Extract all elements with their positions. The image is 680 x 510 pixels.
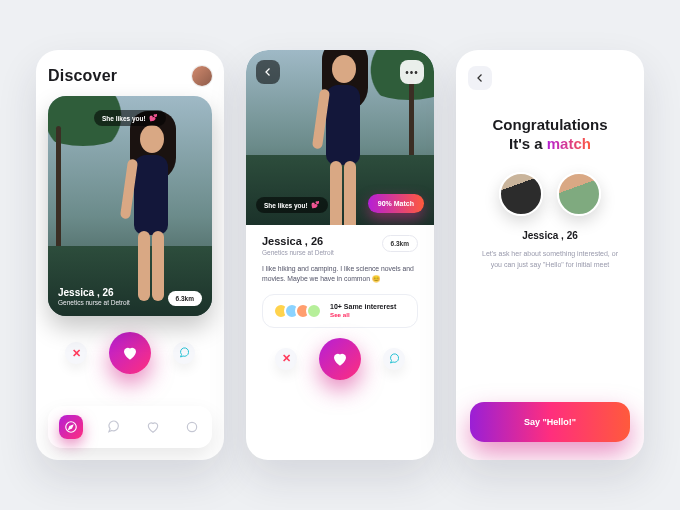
likes-you-badge: She likes you! 💕 xyxy=(94,110,166,126)
profile-detail-screen: ••• She likes you! 💕 90% Match Jessica ,… xyxy=(246,50,434,460)
interests-card[interactable]: 10+ Same intererest See all xyxy=(262,294,418,328)
heart-icon xyxy=(331,350,349,368)
interests-label: 10+ Same intererest xyxy=(330,303,396,310)
hero-photo: ••• She likes you! 💕 90% Match xyxy=(246,50,434,225)
page-title: Discover xyxy=(48,67,117,85)
reject-button[interactable]: ✕ xyxy=(65,342,87,364)
compass-icon xyxy=(64,420,78,434)
arrow-left-icon xyxy=(474,72,486,84)
svg-point-1 xyxy=(188,422,197,431)
profile-photo xyxy=(112,111,182,301)
action-row: ✕ xyxy=(48,332,212,374)
close-icon: ✕ xyxy=(72,347,81,360)
congrats-line1: Congratulations xyxy=(493,116,608,133)
user-avatar xyxy=(499,172,543,216)
distance-pill: 6.3km xyxy=(382,235,418,252)
match-word: match xyxy=(547,135,591,152)
tab-messages[interactable] xyxy=(104,418,122,436)
match-avatar xyxy=(557,172,601,216)
profile-bio: I like hiking and camping. I like scienc… xyxy=(262,264,418,284)
like-button[interactable] xyxy=(109,332,151,374)
match-name: Jessica , 26 xyxy=(522,230,578,241)
discover-screen: Discover She likes you! 💕 Jessica , 26 G… xyxy=(36,50,224,460)
tab-profile[interactable] xyxy=(183,418,201,436)
chat-icon xyxy=(178,347,190,359)
name-row: Jessica , 26 Genetics nurse at Detroit 6… xyxy=(262,235,418,256)
profile-subtitle: Genetics nurse at Detroit xyxy=(58,299,130,306)
like-button[interactable] xyxy=(319,338,361,380)
likes-you-label: She likes you! xyxy=(264,202,308,209)
circle-icon xyxy=(185,420,199,434)
match-message: Let's ask her about something interested… xyxy=(468,249,632,270)
profile-subtitle: Genetics nurse at Detroit xyxy=(262,249,334,256)
profile-avatar[interactable] xyxy=(192,66,212,86)
tab-likes[interactable] xyxy=(144,418,162,436)
tab-discover[interactable] xyxy=(59,415,83,439)
likes-you-label: She likes you! xyxy=(102,115,146,122)
interest-avatars xyxy=(273,303,322,319)
heart-outline-icon xyxy=(146,420,160,434)
heart-icon xyxy=(121,344,139,362)
tab-bar xyxy=(48,406,212,448)
hearts-icon: 💕 xyxy=(311,201,320,209)
chat-button[interactable] xyxy=(383,348,405,370)
match-screen: Congratulations It's a match Jessica , 2… xyxy=(456,50,644,460)
hearts-icon: 💕 xyxy=(149,114,158,122)
congrats-line2: It's a match xyxy=(493,135,608,152)
close-icon: ✕ xyxy=(282,352,291,365)
congrats-heading: Congratulations It's a match xyxy=(493,116,608,152)
distance-pill: 6.3km xyxy=(168,291,202,306)
chat-icon xyxy=(388,353,400,365)
profile-body: Jessica , 26 Genetics nurse at Detroit 6… xyxy=(258,225,422,380)
profile-name: Jessica , 26 xyxy=(262,235,334,247)
arrow-left-icon xyxy=(262,66,274,78)
messages-icon xyxy=(106,420,120,434)
say-hello-button[interactable]: Say "Hello!" xyxy=(470,402,630,442)
back-button[interactable] xyxy=(256,60,280,84)
more-icon: ••• xyxy=(405,67,419,78)
reject-button[interactable]: ✕ xyxy=(275,348,297,370)
match-percent-badge: 90% Match xyxy=(368,194,424,213)
back-button[interactable] xyxy=(468,66,492,90)
profile-name: Jessica , 26 xyxy=(58,287,130,298)
avatar-pair xyxy=(499,172,601,216)
more-button[interactable]: ••• xyxy=(400,60,424,84)
see-all-link[interactable]: See all xyxy=(330,311,396,318)
action-row: ✕ xyxy=(262,338,418,380)
match-card[interactable]: She likes you! 💕 Jessica , 26 Genetics n… xyxy=(48,96,212,316)
name-block: Jessica , 26 Genetics nurse at Detroit xyxy=(58,287,130,306)
header: Discover xyxy=(48,66,212,86)
card-footer: Jessica , 26 Genetics nurse at Detroit 6… xyxy=(58,287,202,306)
chat-button[interactable] xyxy=(173,342,195,364)
likes-you-badge: She likes you! 💕 xyxy=(256,197,328,213)
